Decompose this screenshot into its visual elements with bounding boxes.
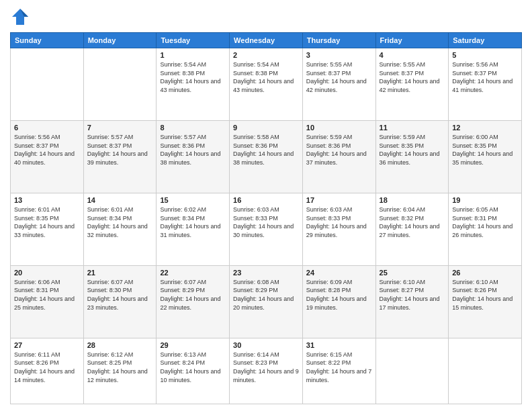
- table-row: 25Sunrise: 6:10 AM Sunset: 8:27 PM Dayli…: [375, 265, 449, 338]
- day-number: 6: [14, 124, 80, 132]
- day-number: 16: [233, 196, 299, 204]
- table-row: [11, 48, 84, 121]
- table-row: 15Sunrise: 6:02 AM Sunset: 8:34 PM Dayli…: [157, 193, 230, 265]
- col-wednesday: Wednesday: [230, 33, 303, 48]
- day-info: Sunrise: 5:55 AM Sunset: 8:37 PM Dayligh…: [380, 60, 445, 94]
- day-number: 20: [14, 269, 80, 277]
- logo: [10, 7, 33, 27]
- day-info: Sunrise: 6:02 AM Sunset: 8:34 PM Dayligh…: [160, 205, 226, 239]
- day-number: 24: [306, 269, 372, 277]
- table-row: 21Sunrise: 6:07 AM Sunset: 8:30 PM Dayli…: [83, 265, 157, 338]
- day-number: 26: [452, 269, 518, 277]
- day-number: 19: [452, 196, 518, 204]
- table-row: 16Sunrise: 6:03 AM Sunset: 8:33 PM Dayli…: [230, 193, 303, 265]
- day-info: Sunrise: 6:13 AM Sunset: 8:24 PM Dayligh…: [160, 351, 226, 384]
- day-number: 5: [452, 51, 518, 59]
- table-row: 4Sunrise: 5:55 AM Sunset: 8:37 PM Daylig…: [375, 48, 449, 121]
- day-number: 28: [87, 341, 153, 349]
- day-number: 2: [233, 51, 299, 59]
- day-number: 8: [160, 124, 226, 132]
- table-row: 17Sunrise: 6:03 AM Sunset: 8:33 PM Dayli…: [302, 193, 375, 265]
- table-row: 12Sunrise: 6:00 AM Sunset: 8:35 PM Dayli…: [449, 120, 522, 193]
- table-row: 1Sunrise: 5:54 AM Sunset: 8:38 PM Daylig…: [157, 48, 230, 121]
- table-row: 5Sunrise: 5:56 AM Sunset: 8:37 PM Daylig…: [449, 48, 522, 121]
- day-info: Sunrise: 6:01 AM Sunset: 8:34 PM Dayligh…: [87, 205, 153, 239]
- day-number: 29: [160, 341, 226, 349]
- day-number: 14: [87, 196, 153, 204]
- table-row: 24Sunrise: 6:09 AM Sunset: 8:28 PM Dayli…: [302, 265, 375, 338]
- table-row: 2Sunrise: 5:54 AM Sunset: 8:38 PM Daylig…: [230, 48, 303, 121]
- table-row: 11Sunrise: 5:59 AM Sunset: 8:35 PM Dayli…: [375, 120, 449, 193]
- day-number: 4: [380, 51, 445, 59]
- table-row: 10Sunrise: 5:59 AM Sunset: 8:36 PM Dayli…: [302, 120, 375, 193]
- day-info: Sunrise: 6:06 AM Sunset: 8:31 PM Dayligh…: [14, 278, 80, 312]
- table-row: [449, 338, 522, 404]
- col-thursday: Thursday: [302, 33, 375, 48]
- table-row: 6Sunrise: 5:56 AM Sunset: 8:37 PM Daylig…: [11, 120, 84, 193]
- table-row: 27Sunrise: 6:11 AM Sunset: 8:26 PM Dayli…: [11, 338, 84, 404]
- calendar-week-row: 1Sunrise: 5:54 AM Sunset: 8:38 PM Daylig…: [11, 48, 522, 121]
- day-info: Sunrise: 6:05 AM Sunset: 8:31 PM Dayligh…: [452, 205, 518, 239]
- table-row: [375, 338, 449, 404]
- day-number: 1: [160, 51, 226, 59]
- day-info: Sunrise: 5:56 AM Sunset: 8:37 PM Dayligh…: [14, 133, 80, 167]
- table-row: 7Sunrise: 5:57 AM Sunset: 8:37 PM Daylig…: [83, 120, 157, 193]
- col-friday: Friday: [375, 33, 449, 48]
- day-number: 12: [452, 124, 518, 132]
- day-info: Sunrise: 5:57 AM Sunset: 8:36 PM Dayligh…: [160, 133, 226, 167]
- table-row: 30Sunrise: 6:14 AM Sunset: 8:23 PM Dayli…: [230, 338, 303, 404]
- table-row: 13Sunrise: 6:01 AM Sunset: 8:35 PM Dayli…: [11, 193, 84, 265]
- col-monday: Monday: [83, 33, 157, 48]
- day-info: Sunrise: 6:15 AM Sunset: 8:22 PM Dayligh…: [306, 351, 372, 384]
- day-info: Sunrise: 5:54 AM Sunset: 8:38 PM Dayligh…: [160, 60, 226, 94]
- calendar-header-row: Sunday Monday Tuesday Wednesday Thursday…: [11, 33, 522, 48]
- day-info: Sunrise: 6:00 AM Sunset: 8:35 PM Dayligh…: [452, 133, 518, 167]
- day-info: Sunrise: 5:55 AM Sunset: 8:37 PM Dayligh…: [306, 60, 372, 94]
- table-row: 22Sunrise: 6:07 AM Sunset: 8:29 PM Dayli…: [157, 265, 230, 338]
- day-number: 10: [306, 124, 372, 132]
- day-info: Sunrise: 6:11 AM Sunset: 8:26 PM Dayligh…: [14, 351, 80, 384]
- table-row: 20Sunrise: 6:06 AM Sunset: 8:31 PM Dayli…: [11, 265, 84, 338]
- day-number: 7: [87, 124, 153, 132]
- table-row: 23Sunrise: 6:08 AM Sunset: 8:29 PM Dayli…: [230, 265, 303, 338]
- table-row: 8Sunrise: 5:57 AM Sunset: 8:36 PM Daylig…: [157, 120, 230, 193]
- day-info: Sunrise: 6:12 AM Sunset: 8:25 PM Dayligh…: [87, 351, 153, 384]
- day-info: Sunrise: 5:58 AM Sunset: 8:36 PM Dayligh…: [233, 133, 299, 167]
- day-info: Sunrise: 6:07 AM Sunset: 8:30 PM Dayligh…: [87, 278, 153, 312]
- day-number: 18: [380, 196, 445, 204]
- table-row: 29Sunrise: 6:13 AM Sunset: 8:24 PM Dayli…: [157, 338, 230, 404]
- calendar-week-row: 20Sunrise: 6:06 AM Sunset: 8:31 PM Dayli…: [11, 265, 522, 338]
- day-info: Sunrise: 6:01 AM Sunset: 8:35 PM Dayligh…: [14, 205, 80, 239]
- day-number: 3: [306, 51, 372, 59]
- calendar-week-row: 27Sunrise: 6:11 AM Sunset: 8:26 PM Dayli…: [11, 338, 522, 404]
- day-number: 31: [306, 341, 372, 349]
- day-number: 13: [14, 196, 80, 204]
- day-info: Sunrise: 6:10 AM Sunset: 8:26 PM Dayligh…: [452, 278, 518, 312]
- day-number: 25: [380, 269, 445, 277]
- day-number: 17: [306, 196, 372, 204]
- day-info: Sunrise: 6:03 AM Sunset: 8:33 PM Dayligh…: [306, 205, 372, 239]
- table-row: [83, 48, 157, 121]
- day-info: Sunrise: 6:14 AM Sunset: 8:23 PM Dayligh…: [233, 351, 299, 384]
- day-number: 9: [233, 124, 299, 132]
- day-info: Sunrise: 5:56 AM Sunset: 8:37 PM Dayligh…: [452, 60, 518, 94]
- day-number: 23: [233, 269, 299, 277]
- calendar-week-row: 13Sunrise: 6:01 AM Sunset: 8:35 PM Dayli…: [11, 193, 522, 265]
- day-info: Sunrise: 6:10 AM Sunset: 8:27 PM Dayligh…: [380, 278, 445, 312]
- day-number: 15: [160, 196, 226, 204]
- day-info: Sunrise: 6:07 AM Sunset: 8:29 PM Dayligh…: [160, 278, 226, 312]
- col-tuesday: Tuesday: [157, 33, 230, 48]
- header: [10, 7, 522, 27]
- day-info: Sunrise: 6:03 AM Sunset: 8:33 PM Dayligh…: [233, 205, 299, 239]
- day-number: 22: [160, 269, 226, 277]
- table-row: 14Sunrise: 6:01 AM Sunset: 8:34 PM Dayli…: [83, 193, 157, 265]
- day-info: Sunrise: 5:59 AM Sunset: 8:36 PM Dayligh…: [306, 133, 372, 167]
- table-row: 28Sunrise: 6:12 AM Sunset: 8:25 PM Dayli…: [83, 338, 157, 404]
- table-row: 3Sunrise: 5:55 AM Sunset: 8:37 PM Daylig…: [302, 48, 375, 121]
- col-saturday: Saturday: [449, 33, 522, 48]
- table-row: 19Sunrise: 6:05 AM Sunset: 8:31 PM Dayli…: [449, 193, 522, 265]
- table-row: 18Sunrise: 6:04 AM Sunset: 8:32 PM Dayli…: [375, 193, 449, 265]
- day-number: 30: [233, 341, 299, 349]
- calendar-week-row: 6Sunrise: 5:56 AM Sunset: 8:37 PM Daylig…: [11, 120, 522, 193]
- day-info: Sunrise: 6:08 AM Sunset: 8:29 PM Dayligh…: [233, 278, 299, 312]
